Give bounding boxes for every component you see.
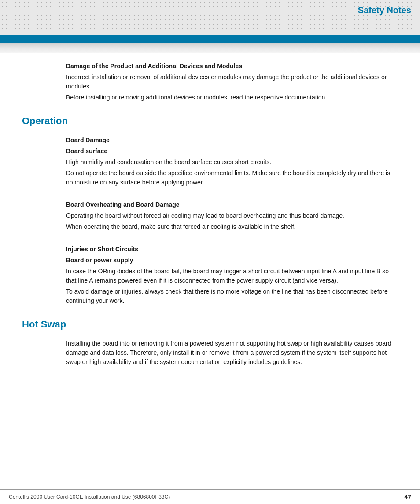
damage-block: Damage of the Product and Additional Dev… (66, 62, 398, 102)
op-note1-line1: High humidity and condensation on the bo… (66, 158, 398, 167)
footer-left: Centellis 2000 User Card-10GE Installati… (9, 494, 170, 500)
operation-note3: Injuries or Short Circuits Board or powe… (66, 245, 398, 305)
footer: Centellis 2000 User Card-10GE Installati… (0, 489, 420, 504)
op-note2-line1: Operating the board without forced air c… (66, 211, 398, 221)
header-title-bar: Safety Notes (349, 0, 420, 21)
footer-page: 47 (404, 493, 411, 500)
op-note3-line2: To avoid damage or injuries, always chec… (66, 287, 398, 305)
op-note2-title1: Board Overheating and Board Damage (66, 200, 398, 210)
hot-swap-heading: Hot Swap (22, 319, 398, 330)
op-note3-line1: In case the ORing diodes of the board fa… (66, 267, 398, 285)
hot-swap-block: Installing the board into or removing it… (66, 339, 398, 367)
op-note3-title1: Injuries or Short Circuits (66, 245, 398, 254)
op-note3-title2: Board or power supply (66, 256, 398, 265)
damage-line1: Incorrect installation or removal of add… (66, 73, 398, 91)
op-note1-line2: Do not operate the board outside the spe… (66, 169, 398, 187)
page-title: Safety Notes (358, 5, 411, 15)
operation-note1: Board Damage Board surface High humidity… (66, 136, 398, 187)
damage-title: Damage of the Product and Additional Dev… (66, 62, 398, 71)
operation-note2: Board Overheating and Board Damage Opera… (66, 200, 398, 232)
op-note1-title2: Board surface (66, 147, 398, 156)
blue-bar (0, 35, 420, 43)
damage-line2: Before installing or removing additional… (66, 93, 398, 102)
operation-heading: Operation (22, 115, 398, 127)
op-note2-line2: When operating the board, make sure that… (66, 222, 398, 232)
gray-bar (0, 43, 420, 53)
hot-swap-line1: Installing the board into or removing it… (66, 339, 398, 367)
header-pattern: Safety Notes (0, 0, 420, 35)
main-content: Damage of the Product and Additional Dev… (0, 53, 420, 402)
op-note1-title1: Board Damage (66, 136, 398, 145)
